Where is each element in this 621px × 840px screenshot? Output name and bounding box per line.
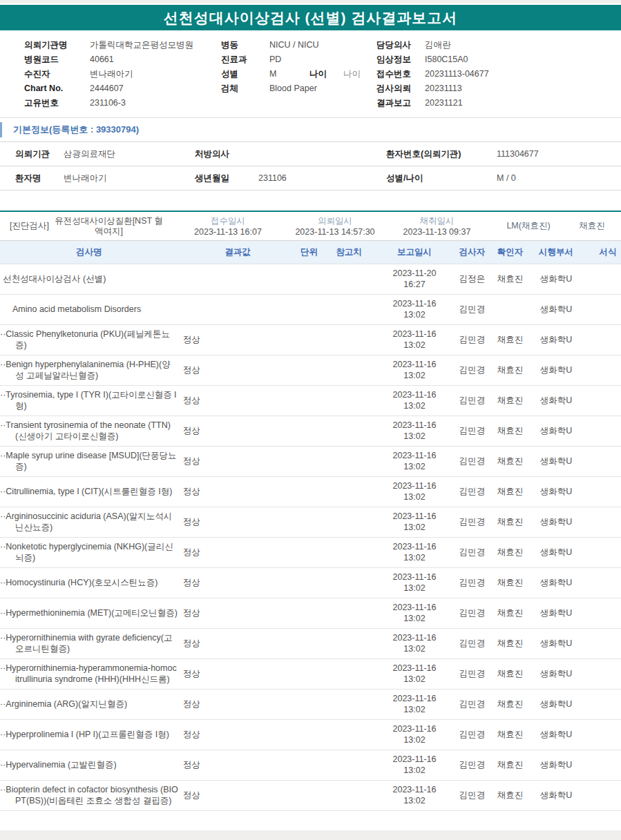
confirmer-cell: 채효진: [492, 628, 528, 658]
results-column-header: 확인자: [492, 241, 528, 264]
reference-cell: [321, 689, 376, 719]
results-column-header: 시행부서: [528, 241, 584, 264]
report-time: 13:02: [376, 795, 452, 806]
diagnosis-test-name: 유전성대사이상질환[NST 혈액여지]: [52, 216, 166, 237]
form-cell: [584, 416, 621, 446]
basic-info-value: [258, 142, 386, 166]
result-value-cell: 정상: [178, 324, 297, 355]
result-value-cell: 정상: [178, 476, 297, 507]
form-cell: [584, 719, 621, 750]
report-datetime-cell: 2023-11-1613:02: [376, 598, 452, 628]
patient-info-row: 수진자변나래아기: [24, 67, 221, 81]
unit-cell: [297, 324, 321, 355]
patient-info-label: 의뢰기관명: [24, 38, 90, 52]
unit-cell: [297, 689, 321, 719]
receipt-datetime-label: 접수일시: [211, 215, 245, 226]
report-date: 2023-11-16: [376, 693, 452, 704]
patient-info-row: 진료과PD: [221, 52, 376, 67]
report-datetime-cell: 2023-11-1613:02: [376, 628, 452, 658]
patient-info-value: 나이: [343, 67, 361, 81]
reference-cell: [321, 598, 376, 628]
reference-cell: [321, 416, 376, 446]
report-title: 선천성대사이상검사 (선별) 검사결과보고서: [0, 5, 621, 30]
reference-cell: [321, 507, 376, 537]
reference-cell: [321, 719, 376, 750]
confirmer-cell: 채효진: [492, 324, 528, 355]
report-time: 13:02: [376, 734, 452, 745]
patient-info-label: Chart No.: [24, 81, 90, 96]
tester-cell: 김민경: [452, 719, 492, 750]
test-name-cell: ··Hyperprolinemia I (HP I)(고프롤린혈증 I형): [0, 719, 178, 750]
result-row: 선천성대사이상검사 (선별)2023-11-2016:27김정은채효진생화학U: [0, 264, 621, 294]
test-name-cell: ··Classic Phenylketonuria (PKU)(페닐케톤뇨증): [0, 324, 178, 355]
report-date: 2023-11-16: [376, 359, 452, 370]
reference-cell: [321, 355, 376, 385]
test-name-cell: ··Argininosuccinic aciduria (ASA)(알지노석시닌…: [0, 507, 178, 537]
basic-info-row: 환자명변나래아기생년월일231106성별/나이M / 0: [0, 166, 621, 191]
report-time: 13:02: [376, 491, 452, 502]
confirmer-cell: 채효진: [492, 476, 528, 507]
reference-cell: [321, 324, 376, 355]
unit-cell: [297, 264, 321, 294]
form-cell: [584, 689, 621, 719]
department-cell: 생화학U: [528, 719, 584, 750]
reference-cell: [321, 658, 376, 689]
confirmer-cell: 채효진: [492, 446, 528, 476]
results-column-header: 보고일시: [376, 241, 452, 264]
unit-cell: [297, 446, 321, 476]
form-cell: [584, 324, 621, 355]
confirmer-cell: 채효진: [492, 264, 528, 294]
result-value-cell: 정상: [178, 537, 297, 567]
result-row: ··Citrullinemia, type I (CIT)(시트룰린혈증 I형)…: [0, 476, 621, 507]
result-value-cell: 정상: [178, 780, 297, 810]
form-cell: [584, 507, 621, 537]
unit-cell: [297, 628, 321, 658]
result-value-cell: 정상: [178, 750, 297, 780]
department-cell: 생화학U: [528, 780, 584, 810]
collector-name: 채효진: [563, 220, 621, 232]
patient-info-left-column: 의뢰기관명가톨릭대학교은평성모병원병원코드40661수진자변나래아기Chart …: [24, 38, 221, 110]
patient-info-row: 고유번호231106-3: [24, 96, 221, 110]
report-date: 2023-11-20: [376, 268, 452, 279]
report-datetime-cell: 2023-11-1613:02: [376, 476, 452, 507]
results-column-header: 결과값: [178, 241, 297, 264]
confirmer-cell: 채효진: [492, 355, 528, 385]
tester-cell: 김민경: [452, 416, 492, 446]
patient-info-label: 병원코드: [24, 52, 90, 67]
result-row: ··Nonketotic hyperglycinemia (NKHG)(글리신뇌…: [0, 537, 621, 567]
tester-cell: 김민경: [452, 324, 492, 355]
result-row: ··Benign hyperphenylalaninemia (H-PHE)(양…: [0, 355, 621, 385]
confirmer-cell: 채효진: [492, 689, 528, 719]
department-cell: 생화학U: [528, 476, 584, 507]
result-row: ··Hyperornithinemia-hyperammonemia-homoc…: [0, 658, 621, 689]
result-value-cell: 정상: [178, 689, 297, 719]
patient-info-value: 2444607: [90, 81, 124, 96]
patient-info-value: 20231113-04677: [425, 67, 489, 81]
report-date: 2023-11-16: [376, 723, 452, 734]
request-datetime: 의뢰일시 2023-11-13 14:57:30: [290, 215, 380, 237]
patient-info-row: 검사의뢰20231113: [376, 81, 621, 96]
patient-info-label: 임상정보: [376, 52, 425, 67]
request-datetime-value: 2023-11-13 14:57:30: [295, 226, 374, 237]
tester-cell: 김민경: [452, 689, 492, 719]
unit-cell: [297, 567, 321, 598]
report-datetime-cell: 2023-11-1613:02: [376, 537, 452, 567]
basic-info-table: 의뢰기관삼광의료재단처방의사환자번호(의뢰기관)111304677환자명변나래아…: [0, 141, 621, 191]
tester-cell: 김민경: [452, 628, 492, 658]
tester-cell: 김민경: [452, 294, 492, 324]
patient-info-label: 결과보고: [376, 96, 425, 110]
result-row: ··Hyperornithinemia with gyrate deficien…: [0, 628, 621, 658]
patient-info-value: PD: [269, 52, 281, 67]
result-value-cell: 정상: [178, 507, 297, 537]
report-time: 13:02: [376, 674, 452, 685]
reference-cell: [321, 780, 376, 810]
test-name-cell: ··Biopterin defect in cofactor biosynthe…: [0, 780, 178, 810]
department-cell: 생화학U: [528, 750, 584, 780]
department-cell: 생화학U: [528, 689, 584, 719]
department-cell: 생화학U: [528, 537, 584, 567]
tester-cell: 김정은: [452, 264, 492, 294]
report-time: 13:02: [376, 552, 452, 563]
patient-info-label: 접수번호: [376, 67, 425, 81]
basic-info-heading-text: 기본정보(등록번호 : 39330794): [13, 124, 139, 136]
result-value-cell: 정상: [178, 658, 297, 689]
